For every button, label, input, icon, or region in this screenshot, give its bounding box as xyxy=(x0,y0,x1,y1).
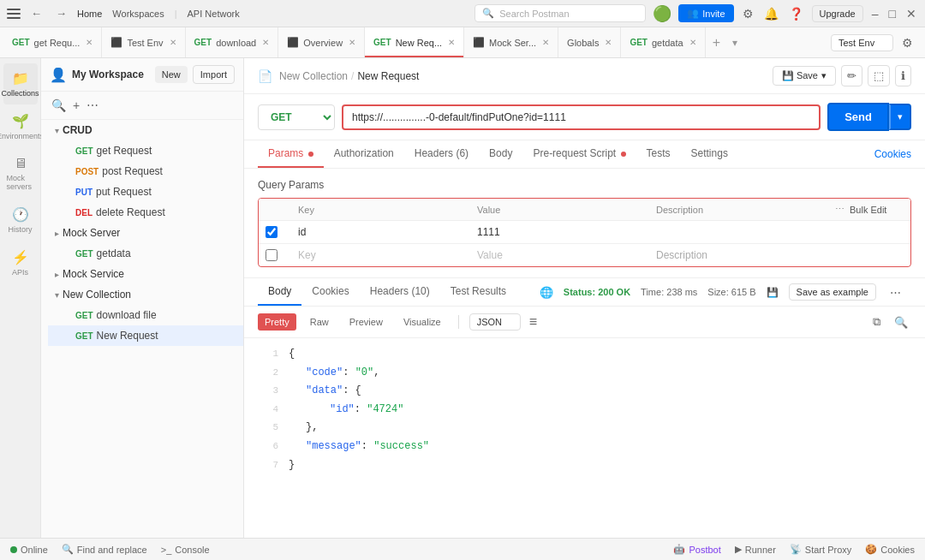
copy-response-button[interactable]: ⧉ xyxy=(869,312,884,332)
import-button[interactable]: Import xyxy=(193,65,235,84)
menu-icon[interactable] xyxy=(7,9,21,19)
format-tab-preview[interactable]: Preview xyxy=(343,313,390,331)
param-value-placeholder[interactable]: Value xyxy=(477,249,649,261)
tab-close-icon[interactable]: ✕ xyxy=(86,38,92,47)
tab-new-req[interactable]: GET New Req... ✕ xyxy=(365,27,464,57)
postbot-button[interactable]: 🤖 Postbot xyxy=(673,544,720,555)
tab-download[interactable]: GET download ✕ xyxy=(186,27,279,57)
workspaces-menu[interactable]: Workspaces xyxy=(112,9,164,19)
console-label[interactable]: Console xyxy=(175,545,209,555)
folder-mock-server-header[interactable]: ▸ Mock Server xyxy=(48,223,243,243)
environment-select[interactable]: Test Env xyxy=(831,34,893,51)
response-more-button[interactable]: ⋯ xyxy=(886,283,904,302)
tab-close-icon[interactable]: ✕ xyxy=(542,38,549,47)
settings-button[interactable]: ⚙ xyxy=(741,5,755,22)
runner-button[interactable]: ▶ Runner xyxy=(735,544,776,555)
param-key[interactable]: id xyxy=(298,226,470,238)
param-description-placeholder[interactable]: Description xyxy=(656,249,828,261)
tab-authorization[interactable]: Authorization xyxy=(324,140,404,168)
help-button[interactable]: ❓ xyxy=(787,5,805,22)
new-tab-button[interactable]: + xyxy=(706,35,727,51)
save-button[interactable]: 💾 Save ▾ xyxy=(773,66,836,86)
breadcrumb-parent[interactable]: New Collection xyxy=(279,70,348,82)
sidebar-tab-apis[interactable]: ⚡ APIs xyxy=(3,242,38,283)
sidebar-item-getdata[interactable]: GET getdata xyxy=(48,243,243,264)
sidebar-item-download-file[interactable]: GET download file xyxy=(48,305,243,325)
cookies-link[interactable]: Cookies xyxy=(874,141,911,167)
sidebar-item-get-request[interactable]: GET get Request xyxy=(48,140,243,161)
tab-overview[interactable]: ⬛ Overview ✕ xyxy=(278,27,365,57)
forward-button[interactable]: → xyxy=(52,5,70,21)
folder-crud-header[interactable]: ▾ CRUD xyxy=(48,120,243,140)
tab-body[interactable]: Body xyxy=(479,140,522,168)
tab-test-env[interactable]: ⬛ Test Env ✕ xyxy=(102,27,185,57)
tab-close-icon[interactable]: ✕ xyxy=(262,38,269,47)
param-value[interactable]: 1111 xyxy=(477,226,649,238)
tab-tests[interactable]: Tests xyxy=(636,140,681,168)
info-button[interactable]: ℹ xyxy=(895,65,911,86)
back-button[interactable]: ← xyxy=(27,5,45,21)
tab-close-icon[interactable]: ✕ xyxy=(605,38,612,47)
online-label[interactable]: Online xyxy=(21,545,48,555)
tree-more-button[interactable]: ⋯ xyxy=(85,97,100,114)
notification-button[interactable]: 🔔 xyxy=(762,5,780,22)
bulk-edit-button[interactable]: Bulk Edit xyxy=(850,205,886,215)
more-tabs-button[interactable]: ▾ xyxy=(727,37,743,49)
sidebar-item-put-request[interactable]: PUT put Request xyxy=(48,182,243,202)
tab-close-icon[interactable]: ✕ xyxy=(689,38,696,47)
cookies-status-button[interactable]: 🍪 Cookies xyxy=(865,544,915,555)
tab-pre-request-script[interactable]: Pre-request Script xyxy=(522,140,636,168)
find-replace-label[interactable]: Find and replace xyxy=(77,545,147,555)
sidebar-tab-mock-servers[interactable]: 🖥 Mock servers xyxy=(3,149,38,198)
invite-button[interactable]: 👥 Invite xyxy=(678,4,733,22)
resp-tab-cookies[interactable]: Cookies xyxy=(301,278,359,306)
tree-search-button[interactable]: 🔍 xyxy=(50,97,68,114)
save-example-button[interactable]: Save as example xyxy=(789,283,876,301)
home-link[interactable]: Home xyxy=(77,9,102,19)
method-select[interactable]: GET POST PUT DELETE xyxy=(258,104,335,130)
tab-globals[interactable]: Globals ✕ xyxy=(558,27,621,57)
tab-close-icon[interactable]: ✕ xyxy=(170,38,176,47)
minimize-button[interactable]: – xyxy=(870,5,880,22)
bulk-edit-dots[interactable]: ⋯ xyxy=(835,204,846,215)
maximize-button[interactable]: □ xyxy=(887,5,898,22)
sidebar-item-delete-request[interactable]: DEL delete Request xyxy=(48,202,243,223)
send-button[interactable]: Send xyxy=(827,103,889,131)
sidebar-tab-history[interactable]: 🕐 History xyxy=(3,200,38,241)
tab-get-requ[interactable]: GET get Requ... ✕ xyxy=(3,27,102,57)
start-proxy-button[interactable]: 📡 Start Proxy xyxy=(790,544,851,555)
new-button[interactable]: New xyxy=(155,66,188,83)
format-wrap-button[interactable]: ≡ xyxy=(528,313,539,331)
sidebar-tab-environments[interactable]: 🌱 Environments xyxy=(3,106,38,147)
resp-tab-body[interactable]: Body xyxy=(258,278,301,306)
sidebar-item-post-request[interactable]: POST post Request xyxy=(48,161,243,182)
param-checkbox-empty[interactable] xyxy=(266,249,278,261)
resp-tab-headers[interactable]: Headers (10) xyxy=(360,278,440,306)
search-bar[interactable]: 🔍 Search Postman xyxy=(474,4,646,22)
environment-options-button[interactable]: ⚙ xyxy=(900,34,915,51)
tab-close-icon[interactable]: ✕ xyxy=(349,38,355,47)
tab-settings[interactable]: Settings xyxy=(681,140,738,168)
tab-params[interactable]: Params xyxy=(258,140,324,168)
save-dropdown-icon[interactable]: ▾ xyxy=(821,70,827,81)
format-tab-visualize[interactable]: Visualize xyxy=(397,313,448,331)
folder-mock-service-header[interactable]: ▸ Mock Service xyxy=(48,264,243,284)
edit-button[interactable]: ✏ xyxy=(841,65,862,86)
upgrade-button[interactable]: Upgrade xyxy=(812,5,863,22)
tree-add-button[interactable]: + xyxy=(71,97,81,114)
api-network-menu[interactable]: API Network xyxy=(188,9,240,19)
tab-headers[interactable]: Headers (6) xyxy=(404,140,479,168)
tab-close-icon[interactable]: ✕ xyxy=(448,38,455,47)
resp-tab-test-results[interactable]: Test Results xyxy=(440,278,516,306)
sidebar-item-new-request[interactable]: GET New Request xyxy=(48,325,243,346)
close-button[interactable]: ✕ xyxy=(904,5,918,22)
format-tab-raw[interactable]: Raw xyxy=(303,313,336,331)
sidebar-tab-collections[interactable]: 📁 Collections xyxy=(3,63,38,104)
format-tab-pretty[interactable]: Pretty xyxy=(258,313,296,331)
send-dropdown-button[interactable]: ▾ xyxy=(889,104,911,130)
format-json-select[interactable]: JSON XML HTML Text xyxy=(469,313,521,331)
tab-getdata[interactable]: GET getdata ✕ xyxy=(621,27,705,57)
folder-new-collection-header[interactable]: ▾ New Collection xyxy=(48,284,243,305)
search-response-button[interactable]: 🔍 xyxy=(891,312,911,332)
param-key-placeholder[interactable]: Key xyxy=(298,249,470,261)
